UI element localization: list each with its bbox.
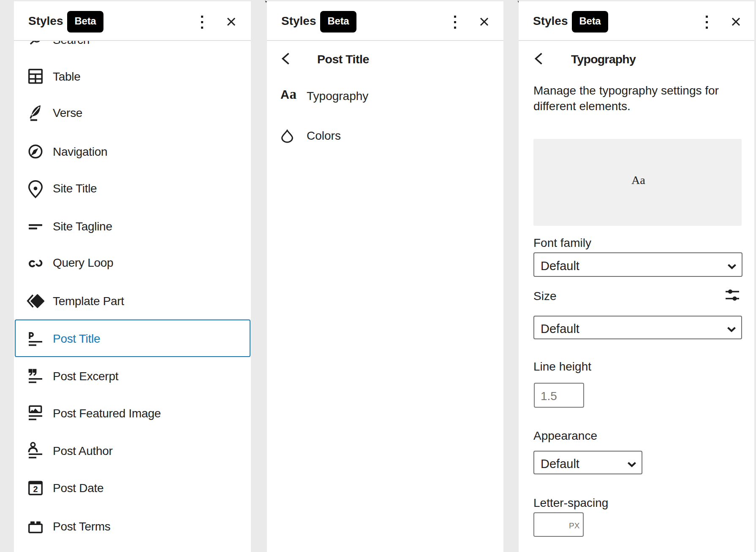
svg-text:2: 2 <box>33 484 38 493</box>
